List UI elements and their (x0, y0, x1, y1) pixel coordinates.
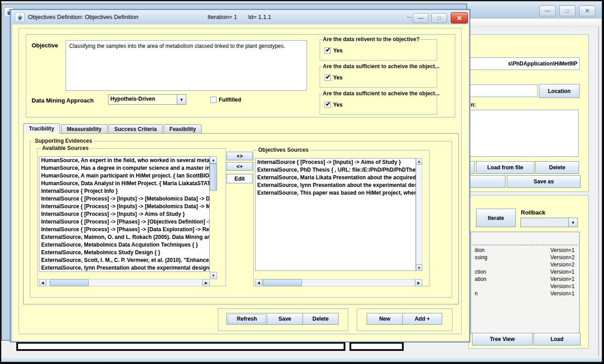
data-mining-approach-combobox[interactable]: Hypotheis-Driven ▼ (108, 94, 186, 105)
close-icon: ✕ (585, 8, 590, 14)
data-mining-approach-value: Hypotheis-Driven (109, 95, 177, 104)
delete-button[interactable]: Delete (302, 313, 339, 325)
dialog-maximize-button[interactable]: □ (431, 13, 447, 23)
list-item[interactable]: ExternalSource, Metabolmics Data Acquist… (39, 241, 209, 249)
scroll-left-icon[interactable]: ◀ (39, 279, 46, 286)
available-sources-list[interactable]: HumanSource, An expert in the field, who… (39, 156, 210, 272)
version-row-name: ition (475, 247, 485, 253)
scrollbar-thumb[interactable] (263, 279, 302, 286)
list-item[interactable]: ExternalSource, Scott, I. M., C. P. Verm… (39, 257, 209, 264)
project-path-field[interactable]: s\PhDApplication\HiMet9IP (470, 57, 580, 70)
list-item[interactable]: ExternalSource, This paper was based on … (255, 189, 415, 197)
delete-project-button[interactable]: Delete (535, 161, 579, 174)
list-item[interactable]: InternalSource { [Process] -> [Inputs] -… (255, 159, 415, 166)
available-sources-horizontal-scrollbar[interactable]: ◀ ▶ (39, 279, 210, 286)
list-item[interactable]: ExternalSource, lynn Presentation about … (39, 264, 209, 272)
location-button[interactable]: Location (539, 84, 580, 98)
main-maximize-button[interactable]: □ (559, 5, 576, 16)
fullfilled-checkbox-row: Fullfilled (210, 97, 241, 103)
scroll-right-icon[interactable]: ▶ (415, 279, 422, 286)
version-row[interactable]: Version=2 (475, 261, 575, 269)
version-row[interactable]: itionVersion=1 (475, 247, 575, 254)
fullfilled-checkbox[interactable] (210, 97, 217, 103)
edit-button[interactable]: Edit (226, 174, 253, 183)
tree-view-button[interactable]: Tree View (472, 333, 533, 345)
list-item[interactable]: ExternalSource, lynn Presentation about … (255, 182, 415, 189)
dialog-titlebar[interactable]: Objectives Definition: Objectives Defini… (12, 10, 469, 24)
list-item[interactable]: InternalSource { [Process] -> [Inputs] -… (39, 210, 209, 218)
scroll-down-icon[interactable]: ▼ (210, 272, 217, 279)
yes-checkbox[interactable] (325, 102, 331, 108)
scroll-left-icon[interactable]: ◀ (255, 279, 262, 286)
refresh-button[interactable]: Refresh (226, 313, 267, 325)
scroll-down-icon[interactable]: ▼ (416, 265, 422, 271)
list-item[interactable]: InternalSource { [Process] -> [Inputs] -… (39, 195, 209, 203)
load-from-file-button[interactable]: Load from file (476, 161, 534, 174)
list-item[interactable]: HumanSource, A main participant in HiMet… (39, 172, 209, 180)
save-as-button[interactable]: Save as (507, 175, 580, 188)
load-button[interactable]: Load (533, 333, 580, 345)
minimize-icon: — (545, 8, 550, 14)
version-row[interactable]: ationVersion=1 (475, 276, 575, 283)
list-item[interactable]: ExternalSource, Maimon, O. and L. Rokach… (39, 233, 209, 241)
background-properties-panel: s\PhDApplication\HiMet9IP Location n: Lo… (468, 34, 589, 192)
version-row[interactable]: ssingVersion=2 (475, 254, 575, 261)
background-bottom-field-small[interactable] (349, 342, 404, 351)
version-row[interactable]: nVersion=1 (475, 290, 575, 298)
list-item[interactable]: HumanSource, Data Analyst in HiMet Proje… (39, 180, 209, 187)
dialog-close-button[interactable]: ✕ (451, 12, 468, 23)
objective-textarea[interactable]: Classifying the samples into the area of… (66, 40, 307, 91)
version-row-version: Version=2 (550, 261, 575, 268)
iterate-button[interactable]: Iterate (476, 209, 516, 227)
chevron-down-icon[interactable]: ▼ (177, 95, 186, 104)
tracibility-tab-panel: Supporting Evidences Available Sources H… (23, 133, 459, 304)
iteration-label: Iteration= 1 (208, 14, 237, 20)
java-icon (15, 12, 25, 22)
tab-success-criteria[interactable]: Success Criteria (109, 124, 163, 134)
new-button[interactable]: New (367, 313, 403, 325)
objectives-sources-horizontal-scrollbar[interactable]: ◀ ▶ (255, 279, 422, 286)
list-item[interactable]: InternalSource { [Process] -> [Phases] -… (39, 226, 209, 233)
add-button[interactable]: Add + (402, 313, 442, 325)
list-item[interactable]: HumanSource, An expert in the field, who… (39, 157, 209, 164)
scroll-right-icon[interactable]: ▶ (203, 279, 210, 286)
available-sources-title: Available Sources (41, 145, 90, 151)
tab-measurability[interactable]: Measurability (61, 124, 108, 134)
objectives-sources-vertical-scrollbar[interactable]: ▲ ▼ (416, 158, 422, 271)
move-right-button[interactable]: +> (226, 152, 253, 160)
version-row-name: n (475, 290, 478, 297)
background-bottom-field-wide[interactable] (16, 342, 345, 351)
partial-button[interactable] (469, 175, 505, 188)
version-row[interactable]: ctionVersion=1 (475, 269, 575, 276)
main-close-button[interactable]: ✕ (579, 5, 595, 16)
move-left-button[interactable]: <+ (226, 162, 253, 171)
scroll-up-icon[interactable]: ▲ (210, 156, 217, 163)
list-item[interactable]: ExternalSource, Maria Likata Presentatio… (255, 174, 415, 182)
save-button[interactable]: Save (267, 313, 303, 325)
available-sources-vertical-scrollbar[interactable]: ▲ ▼ (210, 156, 217, 279)
main-minimize-button[interactable]: — (539, 5, 556, 16)
chevron-down-icon[interactable]: ▼ (568, 218, 577, 227)
tab-tracibility[interactable]: Tracibility (23, 123, 60, 134)
maximize-icon: □ (438, 15, 441, 21)
dialog-minimize-button[interactable]: — (413, 13, 429, 23)
description-textarea[interactable] (469, 110, 579, 157)
objectives-sources-list[interactable]: InternalSource { [Process] -> [Inputs] -… (255, 158, 416, 271)
list-item[interactable]: ExternalSource, Metabolmics Study Design… (39, 249, 209, 257)
rollback-combobox[interactable]: ▼ (520, 218, 578, 227)
list-item[interactable]: InternalSource { Project Info } (39, 187, 209, 195)
yes-checkbox[interactable] (325, 75, 331, 81)
yes-checkbox[interactable] (325, 47, 331, 54)
location-path-field[interactable] (469, 84, 538, 97)
question-panel-sufficient-1: Are the data sufficient to acheive the o… (320, 66, 437, 88)
list-item[interactable]: InternalSource { [Process] -> [Inputs] -… (39, 203, 209, 210)
list-item[interactable]: HumanSource, Has a degree in computer sc… (39, 164, 209, 172)
version-row[interactable]: Version=1 (475, 283, 575, 290)
list-item[interactable]: ExternalSource, PhD Thesis { , URL: file… (255, 166, 415, 174)
list-item[interactable]: InternalSource { [Process] -> [Phases] -… (39, 218, 209, 226)
scrollbar-thumb[interactable] (210, 163, 217, 191)
version-row-name: ssing (475, 254, 487, 261)
scrollbar-thumb[interactable] (50, 279, 89, 286)
scroll-up-icon[interactable]: ▲ (416, 158, 422, 164)
tab-feasibility[interactable]: Feasibility (164, 124, 202, 134)
